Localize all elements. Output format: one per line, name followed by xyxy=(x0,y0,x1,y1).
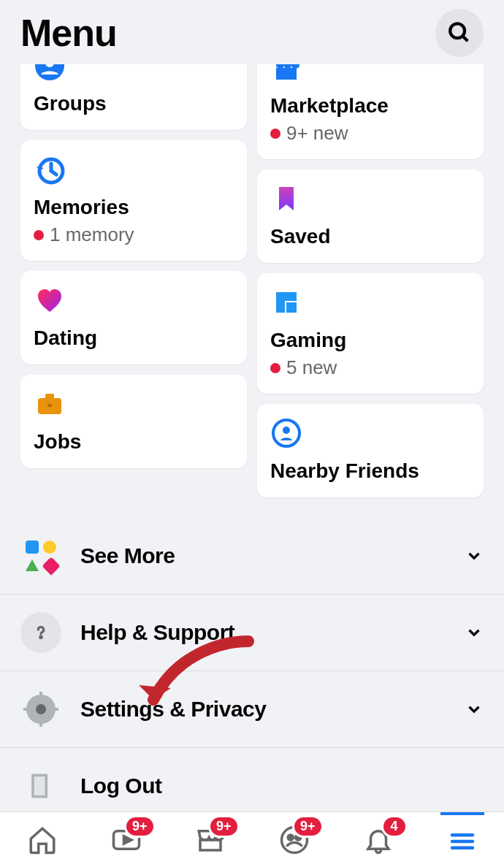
gaming-icon xyxy=(270,286,302,318)
shortcut-grid: Groups Memories 1 memory Dating Jobs Mar… xyxy=(0,64,504,497)
gear-icon xyxy=(20,689,61,730)
list-item-settings-privacy[interactable]: Settings & Privacy xyxy=(0,671,504,747)
menu-scroll[interactable]: Groups Memories 1 memory Dating Jobs Mar… xyxy=(0,64,504,811)
card-label: Gaming xyxy=(270,329,470,352)
card-sub: 1 memory xyxy=(34,224,234,246)
row-label: See More xyxy=(80,543,465,568)
groups-icon xyxy=(34,64,66,82)
tab-home[interactable] xyxy=(20,820,64,860)
tab-groups[interactable]: 9+ xyxy=(272,820,316,860)
card-label: Groups xyxy=(34,92,234,115)
card-label: Nearby Friends xyxy=(270,459,470,483)
card-gaming[interactable]: Gaming 5 new xyxy=(257,273,484,394)
svg-point-0 xyxy=(450,23,465,38)
svg-rect-21 xyxy=(34,776,45,795)
card-sub: 9+ new xyxy=(270,122,470,145)
logout-icon xyxy=(20,765,61,806)
bottom-tab-bar: 9+ 9+ 9+ 4 xyxy=(0,811,504,867)
chevron-down-icon xyxy=(465,623,484,642)
tab-notifications[interactable]: 4 xyxy=(356,820,400,860)
tab-badge: 4 xyxy=(381,815,408,838)
tab-badge: 9+ xyxy=(208,815,240,838)
list-item-see-more[interactable]: See More xyxy=(0,518,504,594)
row-label: Help & Support xyxy=(80,620,465,645)
card-groups[interactable]: Groups xyxy=(20,64,247,130)
hamburger-icon xyxy=(447,826,478,857)
new-dot-icon xyxy=(34,230,44,240)
new-dot-icon xyxy=(270,129,280,139)
card-jobs[interactable]: Jobs xyxy=(20,375,247,468)
card-sub: 5 new xyxy=(270,356,470,379)
svg-rect-16 xyxy=(39,692,42,698)
svg-rect-9 xyxy=(286,302,297,313)
svg-point-13 xyxy=(40,636,42,638)
svg-rect-18 xyxy=(23,708,29,711)
card-saved[interactable]: Saved xyxy=(257,169,484,263)
jobs-icon xyxy=(34,388,66,420)
saved-icon xyxy=(270,183,302,215)
card-label: Saved xyxy=(270,225,470,248)
tab-watch[interactable]: 9+ xyxy=(104,820,148,860)
svg-point-11 xyxy=(283,427,290,434)
nearby-friends-icon xyxy=(270,417,302,449)
svg-line-1 xyxy=(462,36,467,41)
tab-badge: 9+ xyxy=(292,815,324,838)
svg-rect-8 xyxy=(276,68,297,80)
chevron-down-icon xyxy=(465,700,484,719)
list-item-log-out[interactable]: Log Out xyxy=(0,747,504,811)
card-dating[interactable]: Dating xyxy=(20,271,247,364)
card-label: Dating xyxy=(34,326,234,350)
tab-marketplace[interactable]: 9+ xyxy=(188,820,232,860)
row-label: Settings & Privacy xyxy=(80,697,465,722)
card-label: Marketplace xyxy=(270,94,470,118)
svg-rect-6 xyxy=(45,394,54,400)
card-nearby-friends[interactable]: Nearby Friends xyxy=(257,404,484,497)
new-dot-icon xyxy=(270,363,280,373)
search-button[interactable] xyxy=(435,9,484,57)
memories-icon xyxy=(34,153,66,186)
menu-list: See More Help & Support Settings & Priva… xyxy=(0,518,504,811)
svg-rect-19 xyxy=(53,708,58,711)
search-icon xyxy=(447,20,472,45)
svg-point-15 xyxy=(36,704,46,714)
svg-rect-17 xyxy=(39,721,42,727)
tab-menu[interactable] xyxy=(440,812,484,868)
card-label: Memories xyxy=(34,196,234,219)
header: Menu xyxy=(0,0,504,64)
row-label: Log Out xyxy=(80,774,484,798)
marketplace-icon xyxy=(270,64,302,84)
help-icon xyxy=(20,612,61,653)
page-title: Menu xyxy=(20,11,117,55)
svg-rect-7 xyxy=(47,404,52,407)
svg-marker-24 xyxy=(123,836,131,844)
card-marketplace[interactable]: Marketplace 9+ new xyxy=(257,64,484,159)
svg-rect-25 xyxy=(200,840,221,850)
tab-badge: 9+ xyxy=(124,815,156,838)
card-label: Jobs xyxy=(34,430,234,454)
dating-icon xyxy=(34,284,66,316)
svg-point-27 xyxy=(288,835,293,840)
list-item-help-support[interactable]: Help & Support xyxy=(0,594,504,671)
see-more-icon xyxy=(20,535,61,576)
chevron-down-icon xyxy=(465,546,484,565)
home-icon xyxy=(27,825,58,855)
card-memories[interactable]: Memories 1 memory xyxy=(20,140,247,261)
